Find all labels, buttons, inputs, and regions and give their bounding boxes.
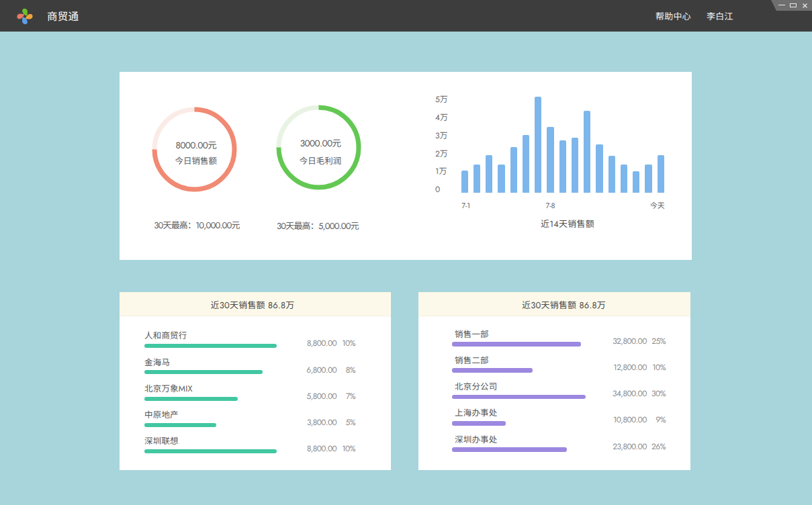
rank-row-label: 销售二部 (455, 357, 489, 365)
rank-row-percent: 7% (336, 392, 355, 401)
rank-row-percent: 10% (336, 339, 355, 348)
bar-chart-title: 近14天销售额 (494, 220, 641, 228)
bar-chart-plot-area (457, 94, 678, 193)
rank-row-percent: 10% (647, 363, 666, 372)
rank-row-amount-value: 12,800.00 (613, 363, 646, 372)
rank-row-amount: 8,800.0010% (307, 339, 355, 348)
chart-bar (596, 144, 602, 193)
chart-bar (645, 165, 651, 193)
rank-row-amount: 34,800.0030% (613, 389, 666, 398)
chart-bar (498, 165, 504, 193)
nav-user-name[interactable]: 李白江 (707, 12, 733, 21)
rank-row-percent: 25% (647, 337, 666, 346)
rank-row-amount: 12,800.0010% (613, 363, 666, 372)
rank-row: 上海办事处10,800.009% (418, 409, 690, 436)
rank-row-label: 销售一部 (455, 330, 489, 339)
rank-row-amount: 5,800.007% (306, 392, 355, 401)
customers-card-header: 近30天销售额 86.8万 (120, 292, 391, 316)
rank-row: 北京分公司34,800.0030% (418, 383, 690, 410)
window-controls (771, 0, 812, 11)
x-axis-tick-label: 7-1 (446, 202, 486, 210)
chart-bar (572, 138, 578, 193)
rank-row-amount: 6,800.008% (306, 366, 355, 375)
rank-row-percent: 26% (647, 443, 666, 451)
rank-row: 金海马6,800.008% (120, 356, 391, 383)
x-axis-tick-label: 今天 (637, 202, 678, 210)
rank-row-bar (452, 342, 581, 347)
rank-row-bar (144, 344, 277, 348)
customers-card-title: 近30天销售额 86.8万 (117, 292, 388, 318)
minimize-icon[interactable] (778, 5, 785, 6)
rank-row-amount-value: 23,800.00 (613, 443, 646, 451)
rank-row-bar (144, 449, 277, 453)
rank-row-bar (144, 397, 238, 401)
rank-row: 深圳联想8,800.0010% (120, 435, 391, 462)
chart-bar (608, 156, 615, 193)
rank-row-amount-value: 10,800.00 (613, 416, 647, 424)
rank-row-bar (452, 368, 533, 373)
chart-bar (584, 111, 590, 193)
chart-bar (486, 155, 492, 193)
rank-row: 中原地产3,800.005% (120, 409, 391, 436)
rank-row: 北京万象MIX5,800.007% (120, 383, 391, 410)
close-icon[interactable] (803, 3, 807, 8)
chart-bar (473, 165, 480, 193)
rank-row-amount-value: 3,800.00 (307, 418, 336, 427)
rank-row-amount: 8,800.0010% (307, 445, 355, 453)
departments-rank-card: 近30天销售额 86.8万 销售一部32,800.0025%销售二部12,800… (418, 292, 690, 470)
rank-row-label: 北京分公司 (455, 383, 498, 392)
departments-card-title: 近30天销售额 86.8万 (428, 292, 700, 318)
y-axis-tick-label: 4万 (435, 113, 448, 122)
rank-row-amount: 32,800.0025% (613, 337, 666, 346)
overview-card: 8000.00元 今日销售额 30天最高：10,000.00元 3000.00元… (120, 72, 692, 260)
chart-bar (559, 140, 566, 193)
rank-row: 销售二部12,800.0010% (418, 356, 690, 383)
rank-row-label: 金海马 (144, 359, 170, 367)
sales-14d-bar-chart: 近14天销售额 01万2万3万4万5万7-17-8今天 (120, 72, 692, 260)
rank-row-bar (452, 447, 567, 452)
chart-bar (523, 135, 529, 193)
chart-bar (658, 155, 664, 193)
rank-row: 人和商贸行8,800.0010% (120, 330, 391, 357)
app-title: 商贸通 (47, 11, 79, 22)
rank-row-amount-value: 34,800.00 (613, 389, 647, 398)
customers-rank-card: 近30天销售额 86.8万 人和商贸行8,800.0010%金海马6,800.0… (120, 292, 391, 470)
rank-row-percent: 10% (336, 445, 355, 453)
rank-row-label: 上海办事处 (455, 409, 498, 418)
rank-row-amount-value: 6,800.00 (306, 366, 336, 375)
rank-row-percent: 5% (336, 418, 355, 427)
rank-row-amount-value: 8,800.00 (307, 445, 336, 453)
chart-bar (547, 127, 553, 193)
rank-row-amount-value: 8,800.00 (307, 339, 336, 348)
nav-help-center[interactable]: 帮助中心 (656, 12, 691, 21)
y-axis-tick-label: 3万 (435, 132, 448, 140)
rank-row-percent: 30% (647, 389, 666, 398)
rank-row-bar (452, 395, 586, 400)
app-logo-pinwheel-icon (16, 7, 34, 26)
y-axis-tick-label: 1万 (435, 167, 447, 176)
rank-row-label: 深圳联想 (144, 437, 179, 446)
rank-row-bar (144, 423, 216, 427)
rank-row: 深圳办事处23,800.0026% (418, 435, 690, 462)
rank-row: 销售一部32,800.0025% (418, 330, 690, 357)
y-axis-tick-label: 5万 (435, 95, 448, 104)
chart-bar (535, 97, 541, 193)
maximize-icon[interactable] (790, 3, 797, 7)
x-axis-tick-label: 7-8 (531, 202, 571, 210)
chart-bar (461, 171, 468, 193)
rank-row-amount-value: 32,800.00 (613, 337, 647, 346)
rank-row-label: 中原地产 (144, 411, 179, 420)
y-axis-tick-label: 2万 (435, 150, 448, 158)
rank-row-percent: 9% (647, 416, 666, 424)
rank-row-label: 深圳办事处 (455, 436, 498, 445)
rank-row-amount-value: 5,800.00 (306, 392, 336, 401)
rank-row-amount: 23,800.0026% (613, 443, 666, 451)
rank-row-label: 人和商贸行 (144, 332, 187, 340)
chart-bar (510, 147, 517, 193)
chart-bar (621, 165, 627, 193)
rank-row-percent: 8% (336, 366, 355, 375)
rank-row-bar (144, 370, 263, 374)
titlebar: 商贸通 帮助中心 李白江 (0, 0, 812, 32)
rank-row-amount: 3,800.005% (307, 418, 355, 427)
y-axis-tick-label: 0 (435, 185, 440, 194)
